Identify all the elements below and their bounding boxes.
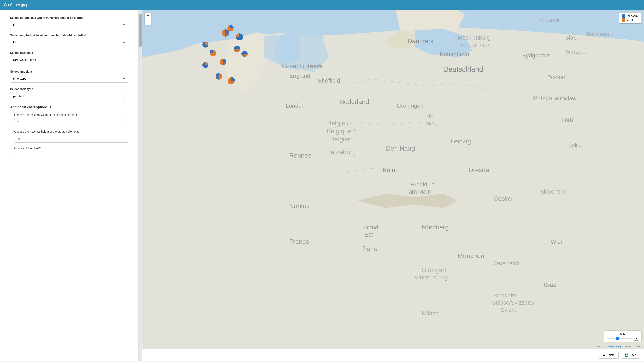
svg-text:München: München	[458, 252, 484, 260]
svg-text:Slovensko: Slovensko	[540, 188, 566, 195]
chart-data-group: Select chart data Renewable Fossil	[10, 51, 128, 65]
svg-text:am Main: am Main	[409, 188, 431, 195]
save-button[interactable]: 💾 Save	[621, 352, 640, 359]
lat-select[interactable]: lat	[10, 21, 128, 29]
legend-renewable: renewable	[622, 14, 639, 17]
svg-text:Köln: Köln	[382, 166, 395, 174]
max-width-label: Choose the maximal width of the created …	[14, 113, 128, 116]
trash-icon: 🗑	[602, 354, 605, 357]
delete-button[interactable]: 🗑 Delete	[598, 352, 618, 359]
zoom-out-button[interactable]: −	[145, 19, 151, 25]
additional-options-label: Additional chart options	[10, 105, 48, 109]
chart-type-label: Select chart type	[10, 87, 128, 91]
svg-text:Lubli...: Lubli...	[565, 142, 582, 148]
lng-group: Select longitude data where minichart sh…	[10, 34, 128, 46]
svg-text:Letzeburg: Letzeburg	[327, 148, 356, 156]
svg-text:Rennes: Rennes	[289, 152, 312, 159]
map-legend: renewable fossil	[619, 12, 642, 23]
svg-text:Den Haag: Den Haag	[386, 145, 415, 152]
svg-text:Frankfurt: Frankfurt	[411, 181, 434, 188]
chart-data-label: Select chart data	[10, 51, 128, 54]
attribution-text: Leaflet | © OpenStreetMap contributors, …	[597, 346, 643, 348]
delete-label: Delete	[606, 354, 615, 357]
osm-link[interactable]: OpenStreetMap	[607, 346, 622, 348]
lng-label: Select longitude data where minichart sh…	[10, 34, 128, 37]
max-width-input[interactable]: 28	[14, 118, 128, 126]
svg-text:Stuttgart: Stuttgart	[422, 267, 446, 274]
chart-type-group: Select chart type pie chart	[10, 87, 128, 100]
svg-text:Belgien: Belgien	[330, 135, 352, 143]
ccbysa-link[interactable]: CC-BY-SA	[634, 346, 643, 348]
svg-text:Danmark: Danmark	[408, 37, 434, 45]
chart-type-select[interactable]: pie chart	[10, 92, 128, 100]
svg-text:Österreich: Österreich	[494, 260, 520, 267]
svg-text:Poznań: Poznań	[547, 74, 566, 80]
svg-text:London: London	[286, 102, 305, 109]
svg-text:Warsa...: Warsa...	[565, 49, 586, 55]
svg-text:France: France	[289, 238, 309, 245]
svg-text:Polska: Polska	[533, 94, 552, 102]
svg-text:England: England	[289, 72, 310, 79]
svg-text:Graz: Graz	[544, 282, 556, 288]
svg-text:Suisse/Svizzera/: Suisse/Svizzera/	[492, 300, 534, 306]
svg-text:Vorpommern: Vorpommern	[460, 41, 492, 48]
save-label: Save	[630, 354, 636, 357]
svg-text:Калинин...: Калинин...	[587, 31, 614, 37]
svg-text:Wien: Wien	[551, 239, 564, 245]
max-height-label: Choose the maximal height of the created…	[14, 130, 128, 133]
svg-text:Schweiz/: Schweiz/	[494, 292, 516, 299]
svg-text:Leipzig: Leipzig	[450, 137, 471, 145]
zoom-in-button[interactable]: +	[145, 13, 151, 19]
timeline-play-button[interactable]: ▶	[634, 337, 639, 341]
map-view[interactable]: Great Britain England Nederland Belgie /…	[142, 10, 644, 349]
opacity-input[interactable]: 1	[14, 152, 128, 159]
svg-text:Cesko: Cesko	[494, 195, 512, 202]
svg-text:Gdansk: Gdansk	[540, 16, 560, 23]
time-group: Select time data time steps	[10, 70, 128, 82]
lat-group: Select latitude data where minichart sho…	[10, 16, 128, 29]
lng-select[interactable]: lng	[10, 38, 128, 46]
renewable-color-swatch	[622, 14, 625, 17]
svg-text:Nederland: Nederland	[339, 98, 369, 105]
app-title: Configure graphs	[4, 3, 32, 7]
svg-text:Bydgoszcz: Bydgoszcz	[522, 52, 550, 59]
svg-text:Mecklenburg-: Mecklenburg-	[458, 34, 492, 41]
map-zoom-controls: + −	[145, 12, 151, 25]
max-height-input[interactable]: 28	[14, 135, 128, 143]
timeline-label: t040	[607, 332, 639, 335]
svg-text:Dresden: Dresden	[468, 166, 493, 174]
scrollbar[interactable]	[138, 10, 142, 362]
svg-text:Groningen: Groningen	[397, 102, 424, 109]
add-option-icon[interactable]: +	[49, 105, 52, 109]
timeline-control: t040 ▶	[604, 331, 642, 343]
svg-text:No...: No...	[426, 113, 438, 120]
scrollbar-thumb[interactable]	[139, 14, 142, 47]
svg-text:Wrocław: Wrocław	[554, 95, 576, 102]
action-bar: 🗑 Delete 💾 Save	[142, 349, 644, 362]
svg-text:Łódź: Łódź	[562, 117, 574, 123]
svg-text:Milano: Milano	[422, 310, 439, 317]
chart-data-input[interactable]: Renewable Fossil	[10, 56, 128, 65]
opacity-group: Opacity of the chart? 1	[10, 147, 128, 159]
svg-text:We...: We...	[426, 120, 440, 127]
max-width-group: Choose the maximal width of the created …	[10, 113, 128, 126]
renewable-label: renewable	[627, 14, 639, 17]
time-select[interactable]: time steps	[10, 75, 128, 82]
app-header: Configure graphs	[0, 0, 644, 10]
svg-text:Svizra: Svizra	[501, 307, 517, 313]
map-attribution: Leaflet | © OpenStreetMap contributors, …	[597, 346, 643, 348]
time-label: Select time data	[10, 70, 128, 73]
leaflet-link[interactable]: Leaflet	[597, 346, 603, 348]
save-icon: 💾	[625, 354, 628, 357]
fossil-label: fossil	[627, 18, 633, 21]
timeline-slider[interactable]	[607, 338, 633, 339]
svg-text:Leeds: Leeds	[307, 63, 323, 69]
svg-text:Sheffield: Sheffield	[318, 77, 340, 84]
svg-text:Nantes: Nantes	[289, 202, 310, 209]
svg-text:Deutschland: Deutschland	[443, 65, 483, 73]
fossil-color-swatch	[622, 18, 625, 21]
svg-text:Belgie /: Belgie /	[327, 120, 349, 127]
svg-text:Paris: Paris	[362, 245, 377, 252]
legend-fossil: fossil	[622, 18, 639, 21]
svg-text:Nürnberg: Nürnberg	[422, 224, 449, 231]
